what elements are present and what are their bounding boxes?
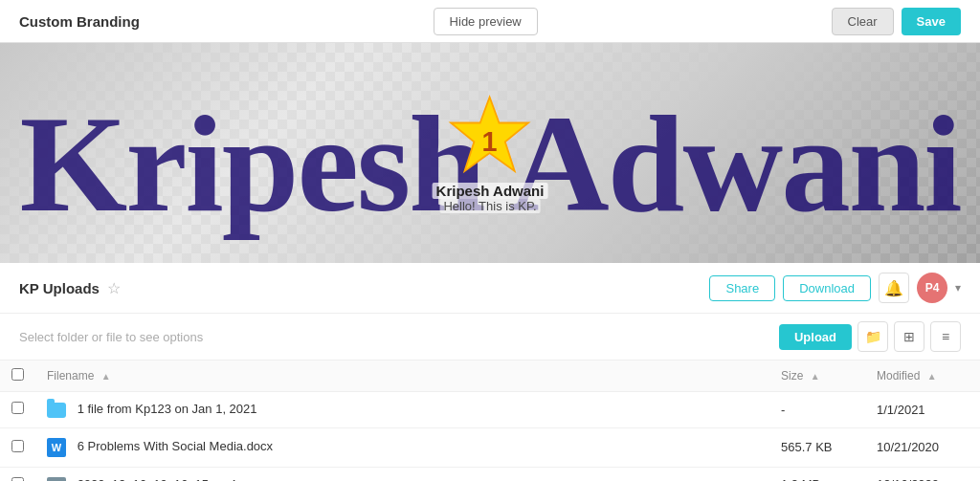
table-header: Filename ▲ Size ▲ Modified ▲	[0, 361, 980, 392]
fm-header: KP Uploads ☆ Share Download 🔔 P4 ▾	[0, 263, 980, 314]
row-checkbox[interactable]	[11, 402, 24, 414]
file-size: 565.7 KB	[781, 440, 833, 454]
file-name: 6 Problems With Social Media.docx	[78, 439, 273, 453]
grid-view-button[interactable]: ⊞	[894, 321, 924, 352]
select-all-checkbox[interactable]	[11, 368, 24, 381]
folder-plus-icon: 📁	[865, 329, 881, 344]
th-modified[interactable]: Modified ▲	[865, 361, 980, 392]
file-table: Filename ▲ Size ▲ Modified ▲	[0, 361, 980, 481]
bell-icon: 🔔	[884, 279, 903, 297]
th-size[interactable]: Size ▲	[769, 361, 865, 392]
add-folder-button[interactable]: 📁	[858, 321, 888, 352]
row-checkbox-cell	[0, 467, 35, 481]
file-name-cell: 2020_12_16_19_16_15.mp4	[35, 467, 769, 481]
banner-area: Kripesh Adwani 1 Kripesh Adwani Hello! T…	[0, 43, 980, 263]
fm-action-bar: Select folder or file to see options Upl…	[0, 314, 980, 361]
size-sort-icon: ▲	[811, 371, 820, 382]
table-row: 1 file from Kp123 on Jan 1, 2021 - 1/1/2…	[0, 392, 980, 428]
file-modified: 12/16/2020	[877, 477, 939, 481]
th-filename[interactable]: Filename ▲	[35, 361, 769, 392]
th-checkbox	[0, 361, 35, 392]
file-name: 1 file from Kp123 on Jan 1, 2021	[78, 402, 257, 416]
star-icon[interactable]: ☆	[107, 279, 121, 297]
th-filename-label: Filename	[47, 369, 94, 383]
video-icon	[47, 477, 66, 481]
file-name-cell: W 6 Problems With Social Media.docx	[35, 427, 769, 467]
upload-button[interactable]: Upload	[779, 324, 852, 350]
folder-icon	[47, 403, 66, 418]
fm-title-area: KP Uploads ☆	[19, 279, 121, 297]
user-avatar-button[interactable]: P4	[917, 273, 947, 303]
list-options-button[interactable]: ≡	[930, 321, 961, 352]
bell-button[interactable]: 🔔	[879, 273, 909, 303]
file-size-cell: 565.7 KB	[769, 427, 865, 467]
row-checkbox-cell	[0, 427, 35, 467]
file-size: 1.3 MB	[781, 477, 820, 481]
row-checkbox-cell	[0, 392, 35, 428]
file-size-cell: 1.3 MB	[769, 467, 865, 481]
clear-button[interactable]: Clear	[832, 8, 894, 35]
page-title: Custom Branding	[19, 13, 140, 30]
word-icon: W	[47, 438, 66, 457]
chevron-down-icon[interactable]: ▾	[955, 281, 961, 295]
save-button[interactable]: Save	[902, 8, 961, 35]
list-icon: ≡	[942, 329, 949, 344]
svg-text:1: 1	[482, 126, 498, 157]
modified-sort-icon: ▲	[927, 371, 937, 382]
file-modified: 10/21/2020	[877, 440, 939, 454]
th-size-label: Size	[781, 369, 803, 383]
table-row: 2020_12_16_19_16_15.mp4 1.3 MB 12/16/202…	[0, 467, 980, 481]
row-checkbox[interactable]	[11, 477, 24, 481]
top-bar-center: Hide preview	[434, 8, 538, 35]
file-size-cell: -	[769, 392, 865, 428]
download-button[interactable]: Download	[783, 275, 871, 301]
file-modified-cell: 1/1/2021	[865, 392, 980, 428]
profile-avatar: 1	[447, 93, 533, 179]
profile-card: 1 Kripesh Adwani Hello! This is KP.	[433, 93, 548, 213]
table-row: W 6 Problems With Social Media.docx 565.…	[0, 427, 980, 467]
row-checkbox[interactable]	[11, 440, 24, 452]
th-modified-label: Modified	[877, 369, 920, 383]
hide-preview-button[interactable]: Hide preview	[434, 8, 538, 35]
file-size: -	[781, 403, 785, 417]
profile-tagline: Hello! This is KP.	[439, 199, 540, 213]
file-name: 2020_12_16_19_16_15.mp4	[78, 477, 236, 481]
fm-actions: Share Download 🔔 P4 ▾	[709, 273, 961, 303]
filename-sort-icon: ▲	[101, 371, 111, 382]
top-bar: Custom Branding Hide preview Clear Save	[0, 0, 980, 43]
fm-title: KP Uploads	[19, 280, 100, 296]
file-modified-cell: 12/16/2020	[865, 467, 980, 481]
file-modified: 1/1/2021	[877, 403, 925, 417]
table-body: 1 file from Kp123 on Jan 1, 2021 - 1/1/2…	[0, 392, 980, 482]
file-manager: KP Uploads ☆ Share Download 🔔 P4 ▾ Selec…	[0, 263, 980, 481]
profile-name: Kripesh Adwani	[433, 183, 548, 199]
fm-action-buttons: Upload 📁 ⊞ ≡	[779, 321, 961, 352]
grid-icon: ⊞	[903, 329, 915, 344]
file-name-cell: 1 file from Kp123 on Jan 1, 2021	[35, 392, 769, 428]
top-bar-right: Clear Save	[832, 8, 961, 35]
share-button[interactable]: Share	[709, 275, 775, 301]
file-modified-cell: 10/21/2020	[865, 427, 980, 467]
search-hint: Select folder or file to see options	[19, 330, 203, 344]
